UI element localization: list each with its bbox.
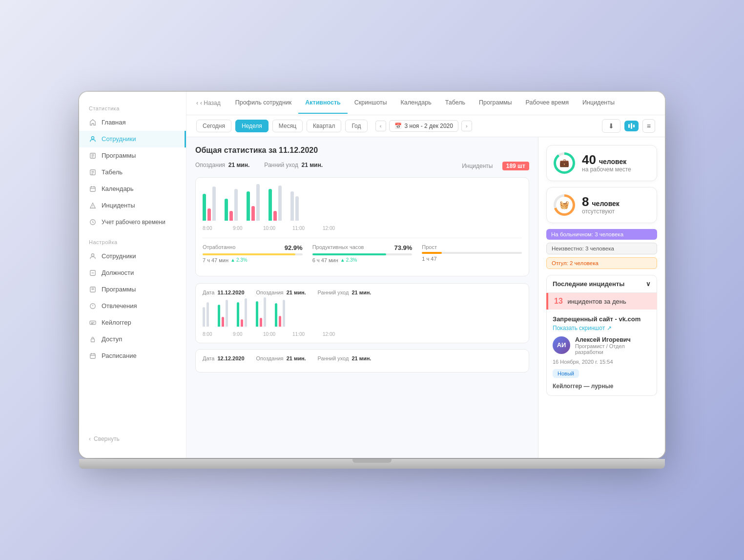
tab-worktime-label: Рабочее время <box>526 99 569 106</box>
status-dayoff-tag: Отгул: 2 человека <box>546 257 657 269</box>
user-avatar: АИ <box>553 336 570 354</box>
sidebar-item-worktime[interactable]: Учет рабочего времени <box>79 214 186 230</box>
statistics-section-label: Статистика <box>79 102 186 114</box>
menu-button[interactable]: ≡ <box>642 119 655 133</box>
next-date-button[interactable]: › <box>461 121 472 131</box>
sidebar-item-keylogger[interactable]: Кейлоггер <box>79 314 186 331</box>
sidebar-item-programs2[interactable]: Программы <box>79 281 186 298</box>
sidebar-item-schedule[interactable]: Расписание <box>79 348 186 364</box>
metric-productive: Продуктивных часов 73.9% 6 ч 47 мин ▲ <box>312 244 413 263</box>
label-800: 8:00 <box>203 226 217 231</box>
toolbar-right: ⬇ ≡ <box>602 119 655 133</box>
tab-programs-label: Программы <box>479 99 512 106</box>
tab-programs[interactable]: Программы <box>472 92 519 114</box>
back-button[interactable]: ‹ ‹ Назад <box>196 100 221 106</box>
date-navigation: ‹ 📅 3 ноя - 2 дек 2020 › <box>375 120 472 132</box>
tab-screenshots[interactable]: Скриншоты <box>348 92 394 114</box>
tab-calendar[interactable]: Календарь <box>394 92 438 114</box>
new-badge: Новый <box>553 369 579 378</box>
download-button[interactable]: ⬇ <box>602 119 620 133</box>
incident-site: Запрещенный сайт - vk.com <box>553 315 651 323</box>
metric-productive-pct: 73.9% <box>394 244 412 251</box>
bar-gray-1 <box>212 187 216 221</box>
date-range: 📅 3 ноя - 2 дек 2020 <box>389 120 458 132</box>
tab-activity[interactable]: Активность <box>298 92 348 114</box>
sidebar-item-incidents[interactable]: Инциденты <box>79 197 186 214</box>
sidebar-item-employees-label: Сотрудники <box>102 135 136 143</box>
sidebar-item-access[interactable]: Доступ <box>79 331 186 348</box>
sidebar-item-home-label: Главная <box>102 119 125 126</box>
bar3-icon <box>633 124 635 127</box>
metric-worked-change: ▲ 2.3% <box>230 257 248 263</box>
tab-tabel[interactable]: Табель <box>438 92 472 114</box>
sidebar-item-calendar[interactable]: Календарь <box>79 181 186 197</box>
stats-panel: Общая статистика за 11.12.2020 Опоздания… <box>186 137 538 458</box>
day1-bar-group-4 <box>256 297 266 327</box>
sidebar-item-employees[interactable]: Сотрудники <box>79 131 186 147</box>
period-quarter-button[interactable]: Квартал <box>307 120 341 132</box>
bar-group-3 <box>247 184 260 221</box>
sidebar-item-programs2-label: Программы <box>102 286 136 293</box>
user-role: Програмист / Отдел разработки <box>575 343 651 355</box>
day-row-2: Дата 12.12.2020 Опоздания 21 мин. Ранний… <box>195 349 529 373</box>
sidebar-item-worktime-label: Учет рабочего времени <box>102 219 165 226</box>
right-panel: 💼 40 человек на рабочем месте <box>538 137 665 458</box>
day-row-1: Дата 11.12.2020 Опоздания 21 мин. Ранний… <box>195 283 529 343</box>
present-card: 💼 40 человек на рабочем месте <box>546 145 657 181</box>
metrics-row: Отработанно 92.9% 7 ч 47 мин ▲ 2.3% <box>203 238 522 269</box>
tab-worktime[interactable]: Рабочее время <box>519 92 576 114</box>
incidents-summary: Инциденты 189 шт <box>462 162 529 170</box>
absent-count: 8 <box>582 195 589 208</box>
programs-icon <box>89 152 97 160</box>
day1-bar-group-5 <box>275 300 285 327</box>
svg-rect-11 <box>90 353 96 358</box>
sidebar-item-settings-employees-label: Сотрудники <box>102 252 136 260</box>
sidebar-item-settings-employees[interactable]: Сотрудники <box>79 248 186 265</box>
main-content: ‹ ‹ Назад Профиль сотрудник Активность С… <box>186 92 665 458</box>
sidebar-item-home[interactable]: Главная <box>79 114 186 131</box>
tab-activity-label: Активность <box>305 99 341 106</box>
sidebar-item-positions[interactable]: Должности <box>79 265 186 281</box>
access-icon <box>89 335 97 343</box>
metric-worked-value: 7 ч 47 мин ▲ 2.3% <box>203 257 303 263</box>
present-label: на рабочем месте <box>582 166 631 173</box>
sidebar-item-positions-label: Должности <box>102 269 134 276</box>
tab-profile[interactable]: Профиль сотрудник <box>228 92 299 114</box>
user-row: АИ Алексей Игоревич Програмист / Отдел р… <box>553 336 651 355</box>
metric-idle-fill <box>422 252 442 254</box>
metric-worked: Отработанно 92.9% 7 ч 47 мин ▲ 2.3% <box>203 244 303 263</box>
period-month-button[interactable]: Месяц <box>272 120 303 132</box>
positions-icon <box>89 269 97 277</box>
bar-gray-3 <box>256 184 260 221</box>
bar-group-4 <box>269 186 282 221</box>
user-name: Алексей Игоревич <box>575 336 651 343</box>
incidents-section: Последние инциденты ∨ 13 инцидентов за д… <box>546 275 657 396</box>
day-row-2-header: Дата 12.12.2020 Опоздания 21 мин. Ранний… <box>203 355 522 361</box>
sidebar-item-distractions[interactable]: Отвлечения <box>79 298 186 314</box>
day1-bar-group-1 <box>203 302 209 327</box>
absent-card: 🧺 8 человек отсутствуют <box>546 187 657 223</box>
absent-ring-icon: 🧺 <box>554 194 575 216</box>
incident-day-count: 13 инцидентов за день <box>546 293 657 310</box>
incidents-header[interactable]: Последние инциденты ∨ <box>546 275 657 293</box>
prev-date-button[interactable]: ‹ <box>375 121 386 131</box>
screenshot-link[interactable]: Показать скриншот ↗ <box>553 325 651 332</box>
sidebar-item-tabel[interactable]: Табель <box>79 164 186 181</box>
period-week-button[interactable]: Неделя <box>235 120 269 132</box>
late-label: Опоздания 21 мин. <box>195 162 249 170</box>
tab-incidents[interactable]: Инциденты <box>576 92 621 114</box>
chart-bar-toggle-button[interactable] <box>624 121 639 131</box>
laptop-notch <box>352 459 392 463</box>
day2-date-label: Дата 12.12.2020 <box>203 355 245 361</box>
present-person-label: человек <box>599 158 626 166</box>
tabel-icon <box>89 168 97 176</box>
stats-summary: Опоздания 21 мин. Ранний уход 21 мин. Ин… <box>195 162 529 170</box>
day1-early-label: Ранний уход 21 мин. <box>318 290 372 295</box>
period-today-button[interactable]: Сегодня <box>196 120 231 132</box>
collapse-button[interactable]: ‹ Свернуть <box>79 430 186 448</box>
period-year-button[interactable]: Год <box>345 120 367 132</box>
absent-label: отсутствуют <box>582 208 620 215</box>
day2-early-label: Ранний уход 21 мин. <box>318 355 372 361</box>
status-sick-tag: На больничном: 3 человека <box>546 229 657 240</box>
sidebar-item-programs[interactable]: Программы <box>79 147 186 164</box>
